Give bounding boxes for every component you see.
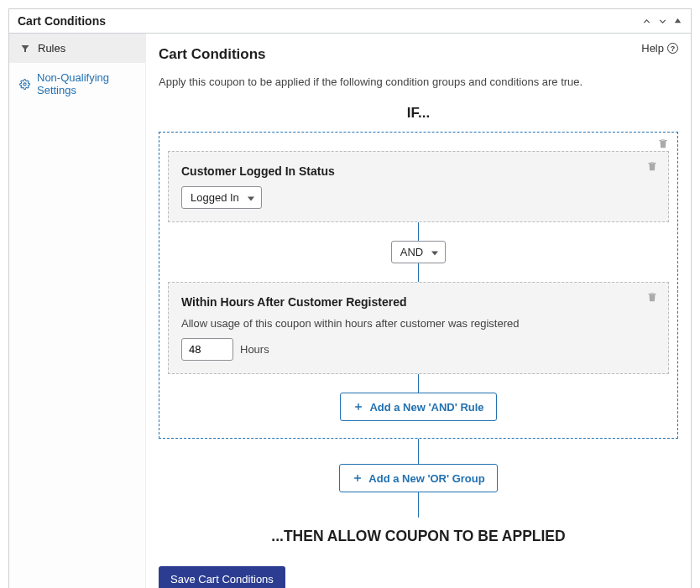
button-label: Save Cart Conditions <box>170 573 274 585</box>
delete-rule-icon[interactable] <box>646 160 658 172</box>
delete-rule-icon[interactable] <box>646 291 658 303</box>
connector-line <box>418 492 419 518</box>
hours-suffix: Hours <box>240 343 269 356</box>
rule-title: Customer Logged In Status <box>181 164 656 178</box>
connector-line <box>418 374 419 393</box>
panel-title: Cart Conditions <box>18 14 106 28</box>
add-or-connector: ＋ Add a New 'OR' Group <box>159 439 678 518</box>
panel-tools <box>641 16 682 27</box>
rule-box-logged-in: Customer Logged In Status Logged In <box>168 151 669 222</box>
sidebar-item-label: Rules <box>38 42 65 55</box>
panel-move-up-icon[interactable] <box>641 16 652 27</box>
button-label: Add a New 'OR' Group <box>368 472 484 485</box>
main-heading: Cart Conditions <box>159 46 678 63</box>
help-link[interactable]: Help ? <box>641 42 678 55</box>
add-or-group-button[interactable]: ＋ Add a New 'OR' Group <box>339 464 497 492</box>
panel-header: Cart Conditions <box>9 9 691 34</box>
main-content: Help ? Cart Conditions Apply this coupon… <box>146 34 691 588</box>
select-value: Logged In <box>191 191 239 204</box>
add-and-rule-button[interactable]: ＋ Add a New 'AND' Rule <box>340 393 496 421</box>
connector-line <box>418 439 419 464</box>
button-label: Add a New 'AND' Rule <box>369 401 483 414</box>
svg-marker-1 <box>22 45 29 52</box>
help-label: Help <box>641 42 664 55</box>
hours-input[interactable] <box>181 338 233 361</box>
rule-desc: Allow usage of this coupon within hours … <box>181 317 656 330</box>
connector-line <box>418 263 419 282</box>
panel-collapse-icon[interactable] <box>673 16 682 27</box>
connector-line <box>418 222 419 241</box>
save-cart-conditions-button[interactable]: Save Cart Conditions <box>159 566 285 588</box>
logic-operator-select[interactable]: AND <box>391 241 446 263</box>
logged-in-select[interactable]: Logged In <box>181 186 262 209</box>
svg-point-2 <box>24 82 26 85</box>
or-group: Customer Logged In Status Logged In AND <box>159 132 678 439</box>
panel-move-down-icon[interactable] <box>657 16 668 27</box>
select-value: AND <box>400 246 423 258</box>
rule-box-hours: Within Hours After Customer Registered A… <box>168 282 669 374</box>
cart-conditions-panel: Cart Conditions Rules <box>8 8 692 588</box>
sidebar-item-label: Non-Qualifying Settings <box>37 71 135 96</box>
sidebar-item-rules[interactable]: Rules <box>9 34 145 63</box>
and-connector: AND <box>168 222 669 282</box>
delete-group-icon[interactable] <box>657 138 669 149</box>
sidebar: Rules Non-Qualifying Settings <box>9 34 146 588</box>
filter-icon <box>19 43 31 55</box>
add-and-connector: ＋ Add a New 'AND' Rule <box>168 374 669 429</box>
svg-marker-0 <box>675 18 681 23</box>
if-label: IF... <box>159 105 678 122</box>
plus-icon: ＋ <box>353 399 364 414</box>
main-subtitle: Apply this coupon to be applied if the f… <box>159 75 678 88</box>
sidebar-item-non-qualifying[interactable]: Non-Qualifying Settings <box>9 63 145 105</box>
then-label: ...THEN ALLOW COUPON TO BE APPLIED <box>159 528 678 545</box>
rule-title: Within Hours After Customer Registered <box>181 295 656 309</box>
plus-icon: ＋ <box>352 471 363 486</box>
gear-icon <box>19 78 30 90</box>
help-icon: ? <box>667 43 678 54</box>
